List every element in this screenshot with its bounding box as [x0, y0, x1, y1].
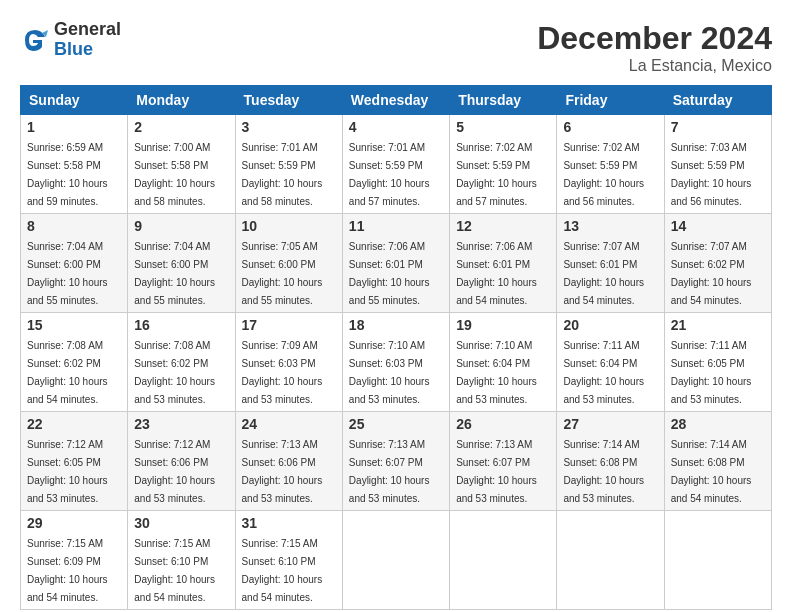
- day-info: Sunrise: 7:12 AMSunset: 6:05 PMDaylight:…: [27, 439, 108, 504]
- calendar-cell-6: 6 Sunrise: 7:02 AMSunset: 5:59 PMDayligh…: [557, 115, 664, 214]
- day-info: Sunrise: 7:09 AMSunset: 6:03 PMDaylight:…: [242, 340, 323, 405]
- calendar-cell-2: 2 Sunrise: 7:00 AMSunset: 5:58 PMDayligh…: [128, 115, 235, 214]
- day-info: Sunrise: 7:13 AMSunset: 6:07 PMDaylight:…: [349, 439, 430, 504]
- day-number: 12: [456, 218, 550, 234]
- day-info: Sunrise: 7:06 AMSunset: 6:01 PMDaylight:…: [349, 241, 430, 306]
- calendar-cell-12: 12 Sunrise: 7:06 AMSunset: 6:01 PMDaylig…: [450, 214, 557, 313]
- calendar-cell-26: 26 Sunrise: 7:13 AMSunset: 6:07 PMDaylig…: [450, 412, 557, 511]
- calendar-week-2: 8 Sunrise: 7:04 AMSunset: 6:00 PMDayligh…: [21, 214, 772, 313]
- day-number: 30: [134, 515, 228, 531]
- day-info: Sunrise: 7:01 AMSunset: 5:59 PMDaylight:…: [242, 142, 323, 207]
- day-info: Sunrise: 7:01 AMSunset: 5:59 PMDaylight:…: [349, 142, 430, 207]
- day-number: 11: [349, 218, 443, 234]
- day-info: Sunrise: 7:08 AMSunset: 6:02 PMDaylight:…: [27, 340, 108, 405]
- day-number: 1: [27, 119, 121, 135]
- calendar-cell-8: 8 Sunrise: 7:04 AMSunset: 6:00 PMDayligh…: [21, 214, 128, 313]
- calendar-cell-29: 29 Sunrise: 7:15 AMSunset: 6:09 PMDaylig…: [21, 511, 128, 610]
- calendar-cell-7: 7 Sunrise: 7:03 AMSunset: 5:59 PMDayligh…: [664, 115, 771, 214]
- page-header: General Blue December 2024 La Estancia, …: [20, 20, 772, 75]
- day-number: 26: [456, 416, 550, 432]
- weekday-header-saturday: Saturday: [664, 86, 771, 115]
- day-info: Sunrise: 7:04 AMSunset: 6:00 PMDaylight:…: [134, 241, 215, 306]
- calendar-cell-19: 19 Sunrise: 7:10 AMSunset: 6:04 PMDaylig…: [450, 313, 557, 412]
- day-number: 23: [134, 416, 228, 432]
- day-info: Sunrise: 7:14 AMSunset: 6:08 PMDaylight:…: [671, 439, 752, 504]
- calendar-cell-22: 22 Sunrise: 7:12 AMSunset: 6:05 PMDaylig…: [21, 412, 128, 511]
- calendar-cell-empty: [342, 511, 449, 610]
- day-info: Sunrise: 7:06 AMSunset: 6:01 PMDaylight:…: [456, 241, 537, 306]
- day-number: 17: [242, 317, 336, 333]
- day-info: Sunrise: 7:08 AMSunset: 6:02 PMDaylight:…: [134, 340, 215, 405]
- day-number: 10: [242, 218, 336, 234]
- calendar-week-1: 1 Sunrise: 6:59 AMSunset: 5:58 PMDayligh…: [21, 115, 772, 214]
- day-number: 31: [242, 515, 336, 531]
- calendar-week-3: 15 Sunrise: 7:08 AMSunset: 6:02 PMDaylig…: [21, 313, 772, 412]
- day-number: 15: [27, 317, 121, 333]
- weekday-header-monday: Monday: [128, 86, 235, 115]
- day-number: 3: [242, 119, 336, 135]
- calendar-cell-24: 24 Sunrise: 7:13 AMSunset: 6:06 PMDaylig…: [235, 412, 342, 511]
- calendar-cell-10: 10 Sunrise: 7:05 AMSunset: 6:00 PMDaylig…: [235, 214, 342, 313]
- day-info: Sunrise: 7:10 AMSunset: 6:04 PMDaylight:…: [456, 340, 537, 405]
- day-number: 6: [563, 119, 657, 135]
- calendar-cell-14: 14 Sunrise: 7:07 AMSunset: 6:02 PMDaylig…: [664, 214, 771, 313]
- calendar-cell-11: 11 Sunrise: 7:06 AMSunset: 6:01 PMDaylig…: [342, 214, 449, 313]
- day-info: Sunrise: 7:00 AMSunset: 5:58 PMDaylight:…: [134, 142, 215, 207]
- day-number: 14: [671, 218, 765, 234]
- day-number: 13: [563, 218, 657, 234]
- day-info: Sunrise: 7:05 AMSunset: 6:00 PMDaylight:…: [242, 241, 323, 306]
- calendar-cell-17: 17 Sunrise: 7:09 AMSunset: 6:03 PMDaylig…: [235, 313, 342, 412]
- calendar-cell-27: 27 Sunrise: 7:14 AMSunset: 6:08 PMDaylig…: [557, 412, 664, 511]
- title-block: December 2024 La Estancia, Mexico: [537, 20, 772, 75]
- month-title: December 2024: [537, 20, 772, 57]
- calendar-cell-4: 4 Sunrise: 7:01 AMSunset: 5:59 PMDayligh…: [342, 115, 449, 214]
- day-number: 25: [349, 416, 443, 432]
- day-number: 21: [671, 317, 765, 333]
- day-info: Sunrise: 7:15 AMSunset: 6:10 PMDaylight:…: [242, 538, 323, 603]
- logo-general: General: [54, 20, 121, 40]
- day-info: Sunrise: 7:13 AMSunset: 6:07 PMDaylight:…: [456, 439, 537, 504]
- day-number: 27: [563, 416, 657, 432]
- day-number: 18: [349, 317, 443, 333]
- calendar-cell-23: 23 Sunrise: 7:12 AMSunset: 6:06 PMDaylig…: [128, 412, 235, 511]
- calendar-table: SundayMondayTuesdayWednesdayThursdayFrid…: [20, 85, 772, 610]
- day-number: 8: [27, 218, 121, 234]
- day-number: 20: [563, 317, 657, 333]
- location: La Estancia, Mexico: [537, 57, 772, 75]
- day-info: Sunrise: 7:03 AMSunset: 5:59 PMDaylight:…: [671, 142, 752, 207]
- calendar-cell-18: 18 Sunrise: 7:10 AMSunset: 6:03 PMDaylig…: [342, 313, 449, 412]
- day-info: Sunrise: 7:12 AMSunset: 6:06 PMDaylight:…: [134, 439, 215, 504]
- calendar-cell-30: 30 Sunrise: 7:15 AMSunset: 6:10 PMDaylig…: [128, 511, 235, 610]
- calendar-cell-13: 13 Sunrise: 7:07 AMSunset: 6:01 PMDaylig…: [557, 214, 664, 313]
- day-number: 19: [456, 317, 550, 333]
- day-info: Sunrise: 7:13 AMSunset: 6:06 PMDaylight:…: [242, 439, 323, 504]
- day-info: Sunrise: 7:07 AMSunset: 6:01 PMDaylight:…: [563, 241, 644, 306]
- calendar-cell-25: 25 Sunrise: 7:13 AMSunset: 6:07 PMDaylig…: [342, 412, 449, 511]
- day-number: 7: [671, 119, 765, 135]
- calendar-cell-20: 20 Sunrise: 7:11 AMSunset: 6:04 PMDaylig…: [557, 313, 664, 412]
- day-number: 24: [242, 416, 336, 432]
- calendar-cell-31: 31 Sunrise: 7:15 AMSunset: 6:10 PMDaylig…: [235, 511, 342, 610]
- weekday-header-sunday: Sunday: [21, 86, 128, 115]
- day-number: 5: [456, 119, 550, 135]
- day-info: Sunrise: 7:04 AMSunset: 6:00 PMDaylight:…: [27, 241, 108, 306]
- calendar-cell-3: 3 Sunrise: 7:01 AMSunset: 5:59 PMDayligh…: [235, 115, 342, 214]
- day-info: Sunrise: 7:15 AMSunset: 6:09 PMDaylight:…: [27, 538, 108, 603]
- logo: General Blue: [20, 20, 121, 60]
- calendar-cell-empty: [450, 511, 557, 610]
- logo-icon: [20, 25, 50, 55]
- calendar-week-5: 29 Sunrise: 7:15 AMSunset: 6:09 PMDaylig…: [21, 511, 772, 610]
- day-number: 2: [134, 119, 228, 135]
- calendar-cell-empty: [664, 511, 771, 610]
- day-info: Sunrise: 7:14 AMSunset: 6:08 PMDaylight:…: [563, 439, 644, 504]
- day-info: Sunrise: 7:15 AMSunset: 6:10 PMDaylight:…: [134, 538, 215, 603]
- calendar-week-4: 22 Sunrise: 7:12 AMSunset: 6:05 PMDaylig…: [21, 412, 772, 511]
- day-info: Sunrise: 7:02 AMSunset: 5:59 PMDaylight:…: [456, 142, 537, 207]
- day-info: Sunrise: 7:02 AMSunset: 5:59 PMDaylight:…: [563, 142, 644, 207]
- calendar-cell-21: 21 Sunrise: 7:11 AMSunset: 6:05 PMDaylig…: [664, 313, 771, 412]
- weekday-header-wednesday: Wednesday: [342, 86, 449, 115]
- day-number: 4: [349, 119, 443, 135]
- day-info: Sunrise: 7:10 AMSunset: 6:03 PMDaylight:…: [349, 340, 430, 405]
- day-number: 9: [134, 218, 228, 234]
- calendar-cell-empty: [557, 511, 664, 610]
